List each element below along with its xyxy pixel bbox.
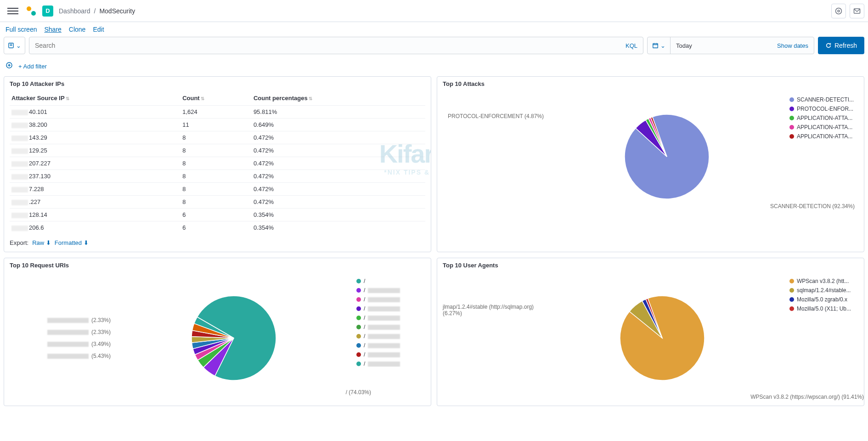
breadcrumb-sep: /: [94, 7, 96, 15]
query-bar: ⌄ KQL ⌄ Today Show dates Refresh: [0, 37, 868, 58]
show-dates-link[interactable]: Show dates: [772, 42, 814, 49]
legend-item[interactable]: /: [356, 305, 425, 312]
ua-legend: WPScan v3.8.2 (htt...sqlmap/1.2.4#stable…: [789, 276, 858, 400]
legend-item[interactable]: /: [356, 315, 425, 321]
panel-title: Top 10 User Agents: [437, 258, 864, 272]
legend-item[interactable]: PROTOCOL-ENFOR...: [789, 106, 858, 112]
legend-item[interactable]: APPLICATION-ATTA...: [789, 115, 858, 121]
saved-queries-button[interactable]: ⌄: [4, 37, 25, 54]
legend-item[interactable]: /: [356, 351, 425, 358]
pie-label-root: / (74.03%): [346, 389, 371, 396]
svg-point-0: [836, 8, 842, 14]
attacks-legend: SCANNER-DETECTI...PROTOCOL-ENFOR...APPLI…: [789, 95, 858, 219]
breadcrumb: Dashboard / ModSecurity: [59, 7, 135, 15]
col-count[interactable]: Count⇅: [180, 91, 252, 106]
elastic-logo-icon[interactable]: [26, 6, 37, 17]
table-wrap: Attacker Source IP⇅ Count⇅ Count percent…: [4, 91, 431, 234]
table-row[interactable]: 207.22780.472%: [10, 157, 425, 170]
chevron-down-icon: ⌄: [16, 42, 21, 49]
panel-attacker-ips: Top 10 Attacker IPs Attacker Source IP⇅ …: [4, 76, 431, 252]
export-row: Export: Raw ⬇ Formatted ⬇: [4, 234, 431, 252]
col-pct[interactable]: Count percentages⇅: [252, 91, 425, 106]
legend-item[interactable]: /: [356, 342, 425, 349]
dashboard-toolbar: Full screen Share Clone Edit: [0, 22, 868, 37]
legend-item[interactable]: /: [356, 324, 425, 330]
table-row[interactable]: 206.660.354%: [10, 221, 425, 234]
legend-item[interactable]: APPLICATION-ATTA...: [789, 133, 858, 140]
pie-label: (2.33%): [47, 317, 111, 323]
panel-title: Top 10 Attacker IPs: [4, 77, 431, 91]
filter-icon[interactable]: [6, 62, 13, 71]
export-raw-link[interactable]: Raw ⬇: [32, 239, 51, 246]
table-row[interactable]: 129.2580.472%: [10, 144, 425, 157]
breadcrumb-current: ModSecurity: [99, 7, 135, 15]
legend-item[interactable]: SCANNER-DETECTI...: [789, 96, 858, 103]
legend-item[interactable]: /: [356, 296, 425, 303]
table-row[interactable]: 7.22880.472%: [10, 183, 425, 196]
dashboard-badge[interactable]: D: [42, 6, 53, 17]
fullscreen-link[interactable]: Full screen: [6, 26, 37, 33]
mail-icon[interactable]: [850, 4, 864, 18]
breadcrumb-parent[interactable]: Dashboard: [59, 7, 90, 15]
ua-pie-chart[interactable]: [616, 292, 708, 384]
attacks-pie-chart[interactable]: [621, 111, 713, 203]
panel-uris: Top 10 Request URIs (2.33%)(2.33%)(3.49%…: [4, 258, 431, 406]
clone-link[interactable]: Clone: [69, 26, 86, 33]
pie-label: (3.49%): [47, 341, 111, 347]
pie-label-scanner: SCANNER-DETECTION (92.34%): [770, 203, 855, 209]
legend-item[interactable]: Mozilla/5.0 zgrab/0.x: [789, 296, 858, 303]
legend-item[interactable]: /: [356, 287, 425, 294]
date-picker: ⌄ Today Show dates: [647, 37, 814, 54]
newsfeed-icon[interactable]: [831, 4, 846, 18]
date-value[interactable]: Today: [671, 42, 772, 49]
panels-grid: Top 10 Attacker IPs Attacker Source IP⇅ …: [0, 76, 868, 410]
table-row[interactable]: 237.13080.472%: [10, 170, 425, 183]
add-filter-link[interactable]: + Add filter: [18, 63, 47, 70]
search-input[interactable]: [35, 42, 626, 49]
filter-bar: + Add filter: [0, 58, 868, 76]
calendar-icon[interactable]: ⌄: [648, 37, 671, 54]
svg-rect-4: [653, 44, 658, 48]
kql-toggle[interactable]: KQL: [626, 42, 637, 49]
col-ip[interactable]: Attacker Source IP⇅: [10, 91, 180, 106]
share-link[interactable]: Share: [44, 26, 61, 33]
table-row[interactable]: 143.2980.472%: [10, 131, 425, 144]
legend-item[interactable]: /: [356, 278, 425, 284]
export-label: Export:: [10, 239, 28, 246]
refresh-button[interactable]: Refresh: [818, 37, 864, 54]
table-row[interactable]: 128.1460.354%: [10, 209, 425, 221]
uris-pie-chart[interactable]: [188, 292, 280, 384]
pie-label-wpscan: WPScan v3.8.2 (https://wpscan.org/) (91.…: [750, 394, 864, 400]
panel-title: Top 10 Request URIs: [4, 258, 431, 272]
panel-user-agents: Top 10 User Agents jlmap/1.2.4#stable (h…: [437, 258, 864, 406]
uris-legend: //////////: [356, 276, 425, 400]
legend-item[interactable]: sqlmap/1.2.4#stable...: [789, 287, 858, 294]
top-nav: D Dashboard / ModSecurity: [0, 0, 868, 22]
svg-point-1: [838, 10, 840, 12]
export-formatted-link[interactable]: Formatted ⬇: [55, 239, 89, 246]
legend-item[interactable]: APPLICATION-ATTA...: [789, 124, 858, 130]
legend-item[interactable]: Mozilla/5.0 (X11; Ub...: [789, 305, 858, 312]
pie-label-sqlmap: jlmap/1.2.4#stable (http://sqlmap.org) (…: [443, 304, 535, 317]
chevron-down-icon: ⌄: [660, 42, 665, 49]
panel-title: Top 10 Attacks: [437, 77, 864, 91]
legend-item[interactable]: /: [356, 333, 425, 339]
uri-labels: (2.33%)(2.33%)(3.49%)(5.43%): [10, 276, 111, 400]
menu-icon[interactable]: [7, 6, 18, 17]
table-row[interactable]: 38.200110.649%: [10, 119, 425, 131]
pie-label-protocol: PROTOCOL-ENFORCEMENT (4.87%): [448, 113, 544, 119]
legend-item[interactable]: /: [356, 361, 425, 367]
search-input-wrap[interactable]: KQL: [29, 37, 643, 54]
pie-label: (2.33%): [47, 329, 111, 335]
edit-link[interactable]: Edit: [93, 26, 104, 33]
legend-item[interactable]: WPScan v3.8.2 (htt...: [789, 278, 858, 284]
pie-label: (5.43%): [47, 353, 111, 359]
attacker-ips-table: Attacker Source IP⇅ Count⇅ Count percent…: [10, 91, 425, 234]
table-row[interactable]: .22780.472%: [10, 196, 425, 209]
panel-attacks: Top 10 Attacks PROTOCOL-ENFORCEMENT (4.8…: [437, 76, 864, 252]
table-row[interactable]: 40.1011,62495.811%: [10, 106, 425, 119]
